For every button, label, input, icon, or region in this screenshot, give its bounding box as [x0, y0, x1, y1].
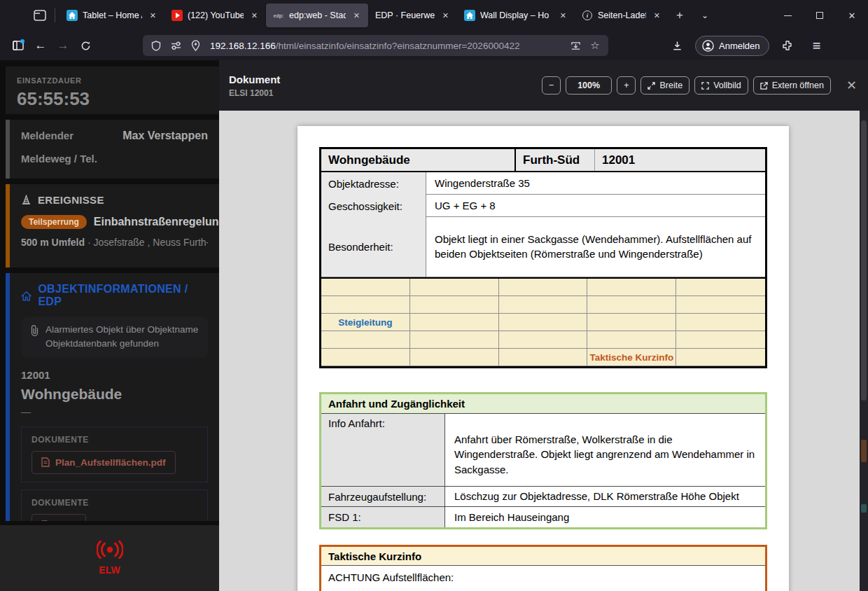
zoom-out-button[interactable]: −: [542, 76, 561, 95]
objekt-match-note: Alarmiertes Objekt über Objektname + Adr…: [21, 317, 208, 358]
row-value: Anfahrt über Römerstraße, Wolkerstraße i…: [445, 414, 765, 486]
objektinformationen-card: OBJEKTINFORMATIONEN / EDP Alarmiertes Ob…: [6, 273, 219, 521]
tab-seiten-ladefehler[interactable]: i Seiten-Ladefehler ✕: [575, 4, 668, 27]
grid-cell: [587, 279, 676, 296]
tab-close-icon[interactable]: ✕: [651, 10, 663, 22]
viewer-toolbar: − 100% + Breite Vollbild Extern öffnen: [542, 76, 868, 95]
house-icon: [21, 291, 31, 301]
object-number: 12001: [595, 149, 765, 171]
document-button-elsi[interactable]: ELSI: [31, 514, 86, 522]
dokumente-box: DOKUMENTE ELSI: [21, 489, 208, 522]
window-maximize-button[interactable]: [804, 0, 836, 31]
document-filename: ELSI: [55, 520, 76, 522]
grid-cell: [410, 296, 499, 314]
fullscreen-button[interactable]: Vollbild: [694, 76, 748, 95]
login-button[interactable]: Anmelden: [695, 36, 769, 56]
grid-cell: [587, 331, 676, 349]
tab-title: Wall Display – Ho: [480, 11, 552, 20]
tab-separator: [55, 8, 55, 22]
object-table-header: Wohngebäude Furth-Süd 12001: [321, 149, 765, 172]
document-icon: [41, 520, 50, 521]
external-link-icon: [760, 82, 768, 90]
document-icon: [41, 457, 50, 467]
row-label: FSD 1:: [321, 507, 445, 527]
profile-window-icon[interactable]: [7, 35, 29, 56]
fullscreen-corners-icon: [701, 82, 709, 90]
row-label: Besonderheit:: [321, 217, 426, 277]
location-pin-icon[interactable]: [188, 38, 203, 53]
document-canvas[interactable]: Wohngebäude Furth-Süd 12001 Objektadress…: [219, 111, 860, 591]
document-filename: Plan_Aufstellflächen.pdf: [55, 457, 166, 468]
tab-close-icon[interactable]: ✕: [147, 10, 159, 22]
tab-close-icon[interactable]: ✕: [248, 10, 260, 22]
extensions-puzzle-icon[interactable]: [776, 35, 799, 56]
tab-youtube[interactable]: (122) YouTube ✕: [164, 4, 266, 27]
radio-broadcast-icon: [97, 541, 123, 559]
grid-cell: [410, 279, 499, 296]
meldeweg-label: Meldeweg / Tel.: [21, 153, 97, 165]
tab-title: edp:web - Stadt N: [289, 11, 346, 20]
document-button-plan-pdf[interactable]: Plan_Aufstellflächen.pdf: [31, 451, 176, 474]
ereignisse-card: EREIGNISSE Teilsperrung Einbahnstraßenre…: [6, 184, 219, 267]
zoom-level-indicator[interactable]: 100%: [566, 76, 612, 95]
objektinfo-title: OBJEKTINFORMATIONEN / EDP: [38, 283, 208, 308]
teilsperrung-badge: Teilsperrung: [21, 215, 87, 229]
shield-icon[interactable]: [148, 38, 164, 53]
list-all-tabs-chevron-icon[interactable]: ⌄: [694, 4, 716, 27]
row-value: Objekt liegt in einer Sackgasse (Wendeha…: [426, 217, 765, 277]
firefox-view-icon: [34, 10, 46, 21]
meta-separator: ·: [88, 237, 91, 248]
tab-close-icon[interactable]: ✕: [351, 10, 363, 22]
home-assistant-icon: [66, 10, 78, 21]
bookmark-star-icon[interactable]: ☆: [587, 38, 603, 53]
grid-cell: [499, 296, 588, 314]
meldender-label: Meldender: [21, 130, 74, 141]
grid-cell: [410, 314, 499, 331]
grid-cell: [321, 296, 410, 314]
zoom-in-button[interactable]: +: [617, 76, 636, 95]
open-external-button[interactable]: Extern öffnen: [753, 76, 831, 95]
new-tab-button[interactable]: +: [668, 4, 691, 27]
window-controls: ✕: [771, 0, 868, 31]
firefox-view-button[interactable]: [28, 4, 52, 27]
note-line-2: Objektdatenbank gefunden: [46, 337, 200, 351]
tab-title: Seiten-Ladefehler: [598, 11, 646, 20]
back-button[interactable]: ←: [29, 35, 52, 56]
taktik-table-title: Taktische Kurzinfo: [321, 547, 765, 566]
window-minimize-button[interactable]: [771, 0, 804, 31]
browser-window: Tablet – Home As ✕ (122) YouTube ✕ edp: …: [0, 0, 868, 591]
url-bar[interactable]: 192.168.12.166/html/einsatzinfo/einsatzi…: [143, 35, 608, 56]
grid-cell: [587, 296, 676, 314]
page-scrollbar[interactable]: [860, 111, 868, 591]
fit-width-button[interactable]: Breite: [640, 76, 690, 95]
grid-cell: [321, 279, 410, 296]
forward-button[interactable]: →: [52, 35, 74, 56]
table-row: Geschossigkeit: UG + EG + 8: [321, 195, 765, 217]
browser-tab-bar: Tablet – Home As ✕ (122) YouTube ✕ edp: …: [0, 0, 868, 31]
grid-cell: [410, 349, 499, 366]
save-page-icon[interactable]: [568, 38, 583, 53]
ereignis-location: Josefstraße , Neuss Furth-Süd: [94, 237, 209, 248]
taktische-kurzinfo-table: Taktische Kurzinfo ACHTUNG Aufstellfläch…: [319, 545, 767, 591]
window-close-button[interactable]: ✕: [836, 0, 868, 31]
scroll-marker: [861, 504, 867, 513]
traffic-cone-icon: [21, 195, 31, 205]
scrollbar-thumb[interactable]: [861, 120, 867, 401]
tab-close-icon[interactable]: ✕: [440, 10, 451, 22]
tab-edp-feuerwehr[interactable]: EDP · Feuerwehr Neus ✕: [368, 4, 457, 27]
object-placeholder: —: [21, 406, 208, 417]
scroll-marker: [861, 440, 867, 462]
url-text[interactable]: 192.168.12.166/html/einsatzinfo/einsatzi…: [210, 41, 564, 51]
tab-close-icon[interactable]: ✕: [557, 10, 569, 22]
tab-tablet-home-assistant[interactable]: Tablet – Home As ✕: [59, 4, 164, 27]
viewer-close-icon[interactable]: ✕: [846, 78, 857, 93]
reload-button[interactable]: [74, 35, 97, 56]
dokumente-label: DOKUMENTE: [31, 498, 197, 508]
elw-status: ELW: [0, 525, 219, 591]
row-label: Objektadresse:: [321, 172, 426, 195]
tab-wall-display[interactable]: Wall Display – Ho ✕: [457, 4, 575, 27]
menu-hamburger-icon[interactable]: ≡: [806, 35, 828, 56]
downloads-icon[interactable]: [666, 35, 688, 56]
tab-edpweb-active[interactable]: edp: edp:web - Stadt N ✕: [266, 4, 368, 27]
permissions-sliders-icon[interactable]: [168, 38, 183, 53]
